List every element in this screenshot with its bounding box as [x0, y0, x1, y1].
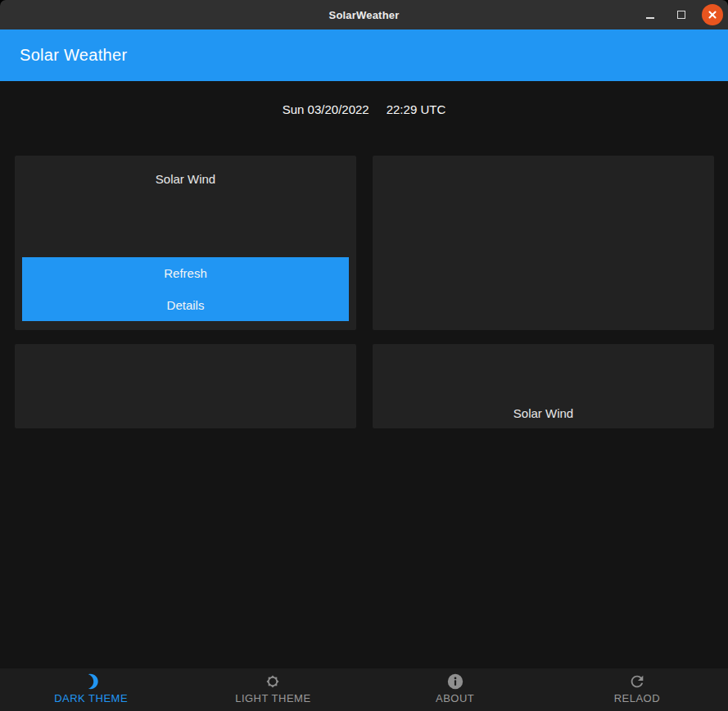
solar-wind-card: Solar Wind Refresh Details: [15, 156, 356, 330]
nav-item-dark-theme[interactable]: DARK THEME: [0, 668, 182, 711]
card-title: Solar Wind: [513, 406, 573, 420]
close-button[interactable]: [702, 4, 723, 25]
card-title: Solar Wind: [15, 156, 356, 186]
app-header: Solar Weather: [0, 29, 728, 81]
nav-label: DARK THEME: [54, 692, 128, 704]
details-button[interactable]: Details: [22, 289, 349, 321]
refresh-button[interactable]: Refresh: [22, 257, 349, 289]
window-controls: [640, 0, 723, 29]
solar-wind-card-bottom: Solar Wind: [373, 344, 714, 428]
minimize-icon: [646, 17, 654, 19]
titlebar: SolarWeather: [0, 0, 728, 29]
date-text: Sun 03/20/2022: [283, 102, 369, 116]
nav-item-reload[interactable]: RELAOD: [546, 668, 728, 711]
bottom-nav: DARK THEME LIGHT THEME: [0, 668, 728, 711]
moon-icon: [82, 672, 100, 691]
datetime-row: Sun 03/20/2022 22:29 UTC: [0, 102, 728, 116]
empty-card-bottom-left: [15, 344, 356, 428]
nav-item-light-theme[interactable]: LIGHT THEME: [182, 668, 364, 711]
maximize-button[interactable]: [671, 4, 692, 25]
maximize-icon: [677, 11, 685, 19]
reload-icon: [628, 672, 646, 691]
card-button-block: Refresh Details: [22, 257, 349, 321]
time-text: 22:29 UTC: [387, 102, 446, 116]
empty-card-top-right: [373, 156, 714, 330]
nav-label: RELAOD: [614, 692, 660, 704]
page-title: Solar Weather: [20, 46, 127, 65]
minimize-button[interactable]: [640, 4, 661, 25]
app-window: SolarWeather Solar Weather Sun 03/20/202…: [0, 0, 728, 711]
nav-label: LIGHT THEME: [235, 692, 310, 704]
nav-label: ABOUT: [436, 692, 474, 704]
info-icon: [446, 672, 464, 691]
nav-item-about[interactable]: ABOUT: [364, 668, 546, 711]
close-icon: [708, 10, 717, 20]
window-title: SolarWeather: [329, 9, 400, 21]
sun-icon: [264, 672, 282, 691]
